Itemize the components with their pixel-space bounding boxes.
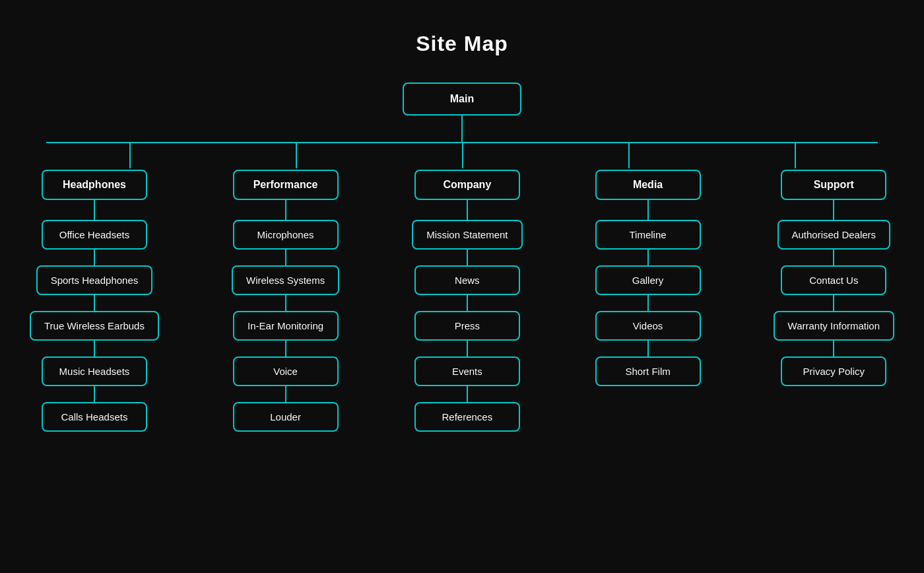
item-press[interactable]: Press — [414, 311, 520, 341]
item-mission-statement[interactable]: Mission Statement — [412, 220, 522, 250]
col-performance: Performance Microphones Wireless Systems… — [232, 170, 339, 432]
col-headphones: Headphones Office Headsets Sports Headph… — [30, 170, 159, 432]
item-references[interactable]: References — [414, 402, 520, 432]
root-vline — [461, 116, 463, 142]
item-true-wireless[interactable]: True Wireless Earbuds — [30, 311, 159, 341]
item-timeline[interactable]: Timeline — [595, 220, 701, 250]
item-videos[interactable]: Videos — [595, 311, 701, 341]
page-wrapper: Site Map Main Headphones Office Headsets — [0, 0, 924, 432]
item-music-headsets[interactable]: Music Headsets — [42, 356, 147, 386]
category-media[interactable]: Media — [595, 170, 701, 200]
vline-support — [795, 142, 796, 168]
sitemap: Main Headphones Office Headsets Sports H… — [0, 83, 924, 432]
item-contact-us[interactable]: Contact Us — [781, 265, 886, 295]
category-company[interactable]: Company — [414, 170, 520, 200]
main-hline — [46, 142, 878, 143]
item-louder[interactable]: Louder — [233, 402, 339, 432]
item-authorised-dealers[interactable]: Authorised Dealers — [777, 220, 891, 250]
item-gallery[interactable]: Gallery — [595, 265, 701, 295]
col-media: Media Timeline Gallery Videos Short Film — [595, 170, 701, 386]
columns-area: Headphones Office Headsets Sports Headph… — [46, 170, 878, 432]
item-warranty-information[interactable]: Warranty Information — [774, 311, 895, 341]
root-node-wrap: Main — [403, 83, 521, 142]
item-privacy-policy[interactable]: Privacy Policy — [781, 356, 886, 386]
item-calls-headsets[interactable]: Calls Headsets — [42, 402, 147, 432]
item-microphones[interactable]: Microphones — [233, 220, 339, 250]
item-events[interactable]: Events — [414, 356, 520, 386]
category-performance[interactable]: Performance — [233, 170, 339, 200]
item-office-headsets[interactable]: Office Headsets — [42, 220, 147, 250]
category-headphones[interactable]: Headphones — [42, 170, 147, 200]
vline-performance — [296, 142, 297, 168]
root-node[interactable]: Main — [403, 83, 521, 116]
category-support[interactable]: Support — [781, 170, 886, 200]
item-voice[interactable]: Voice — [233, 356, 339, 386]
item-in-ear-monitoring[interactable]: In-Ear Monitoring — [233, 311, 339, 341]
page-title: Site Map — [0, 0, 924, 83]
col-support: Support Authorised Dealers Contact Us Wa… — [774, 170, 895, 386]
item-wireless-systems[interactable]: Wireless Systems — [232, 265, 339, 295]
item-short-film[interactable]: Short Film — [595, 356, 701, 386]
item-news[interactable]: News — [414, 265, 520, 295]
item-sports-headphones[interactable]: Sports Headphones — [36, 265, 153, 295]
vline-media — [628, 142, 630, 168]
vline-company — [462, 142, 463, 168]
col-company: Company Mission Statement News Press Eve… — [412, 170, 522, 432]
vline-headphones — [129, 142, 131, 168]
